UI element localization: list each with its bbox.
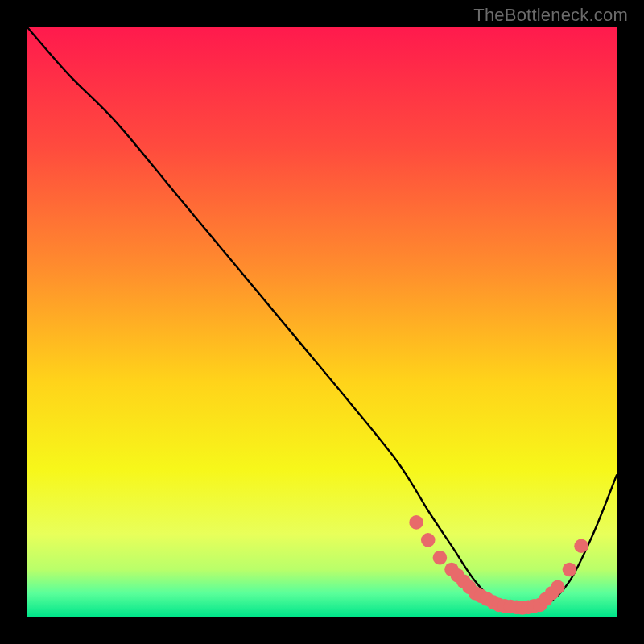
- marker-dot: [551, 580, 565, 595]
- watermark-text: TheBottleneck.com: [473, 5, 628, 26]
- marker-dot: [574, 539, 588, 553]
- chart-frame: TheBottleneck.com: [0, 0, 644, 644]
- marker-dot: [433, 551, 448, 565]
- gradient-background: [27, 27, 617, 617]
- chart-svg: [27, 27, 617, 617]
- marker-dot: [421, 533, 436, 547]
- marker-dot: [563, 563, 577, 577]
- marker-dot: [409, 515, 423, 530]
- plot-area: [27, 27, 617, 617]
